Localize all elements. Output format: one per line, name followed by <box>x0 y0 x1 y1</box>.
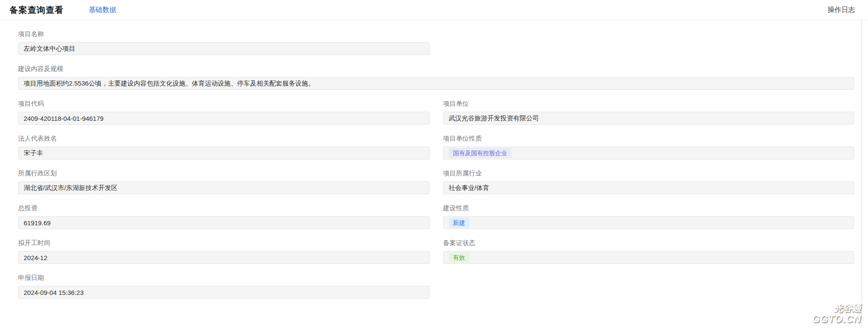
field-planned-start-time: 拟开工时间 2024-12 <box>18 239 429 264</box>
field-label: 所属行政区划 <box>18 169 429 178</box>
total-investment-input[interactable]: 61919.69 <box>18 216 429 229</box>
field-construction-nature: 建设性质 新建 <box>443 204 855 229</box>
page-header: 备案查询查看 基础数据 操作日志 <box>0 0 868 20</box>
field-label: 总投资 <box>18 204 429 212</box>
field-label: 项目代码 <box>18 99 429 108</box>
field-project-code: 项目代码 2409-420118-04-01-946179 <box>18 99 429 125</box>
field-unit-nature: 项目单位性质 国有及国有控股企业 <box>443 134 855 159</box>
site-watermark: 光谷通 GGTO.CN <box>812 303 861 325</box>
field-label: 项目所属行业 <box>443 169 855 178</box>
field-label: 备案证状态 <box>443 239 855 247</box>
watermark-url: GGTO.CN <box>812 313 861 325</box>
field-legal-rep-name: 法人代表姓名 宋子丰 <box>18 134 429 159</box>
field-label: 建设性质 <box>443 204 855 212</box>
scrollbar-track-edge <box>862 20 862 328</box>
legal-rep-name-input[interactable]: 宋子丰 <box>18 147 429 159</box>
field-total-investment: 总投资 61919.69 <box>18 204 429 229</box>
industry-input[interactable]: 社会事业/体育 <box>443 181 855 194</box>
field-project-name: 项目名称 左岭文体中心项目 <box>18 30 429 55</box>
field-construction-content: 建设内容及规模 项目用地面积约2.5536公顷，主要建设内容包括文化设施、体育运… <box>18 64 854 90</box>
watermark-name: 光谷通 <box>812 303 861 313</box>
field-label: 法人代表姓名 <box>18 134 429 143</box>
construction-content-input[interactable]: 项目用地面积约2.5536公顷，主要建设内容包括文化设施、体育运动设施、停车及相… <box>18 77 854 90</box>
field-label: 申报日期 <box>18 273 429 282</box>
field-label: 建设内容及规模 <box>18 64 854 73</box>
project-unit-input[interactable]: 武汉光谷旅游开发投资有限公司 <box>443 112 855 125</box>
field-label: 项目名称 <box>18 30 429 38</box>
tab-basic-data[interactable]: 基础数据 <box>89 6 116 15</box>
record-detail-form: 项目名称 左岭文体中心项目 建设内容及规模 项目用地面积约2.5536公顷，主要… <box>0 20 868 299</box>
unit-nature-input[interactable]: 国有及国有控股企业 <box>443 147 855 159</box>
record-cert-status-badge: 有效 <box>449 252 470 263</box>
field-project-unit: 项目单位 武汉光谷旅游开发投资有限公司 <box>443 99 855 125</box>
operation-log-button[interactable]: 操作日志 <box>828 6 855 15</box>
field-declare-date: 申报日期 2024-09-04 15:36:23 <box>18 273 429 299</box>
planned-start-time-input[interactable]: 2024-12 <box>18 251 429 264</box>
field-industry: 项目所属行业 社会事业/体育 <box>443 169 855 194</box>
page-title: 备案查询查看 <box>9 4 64 16</box>
construction-nature-badge: 新建 <box>449 218 470 228</box>
unit-nature-badge: 国有及国有控股企业 <box>449 148 512 158</box>
construction-nature-input[interactable]: 新建 <box>443 216 855 229</box>
field-record-cert-status: 备案证状态 有效 <box>443 239 855 264</box>
field-admin-region: 所属行政区划 湖北省/武汉市/东湖新技术开发区 <box>18 169 429 194</box>
admin-region-input[interactable]: 湖北省/武汉市/东湖新技术开发区 <box>18 181 429 194</box>
record-cert-status-input[interactable]: 有效 <box>443 251 855 264</box>
field-label: 项目单位 <box>443 99 855 108</box>
project-name-input[interactable]: 左岭文体中心项目 <box>18 42 429 55</box>
declare-date-input[interactable]: 2024-09-04 15:36:23 <box>18 286 429 299</box>
field-label: 拟开工时间 <box>18 239 429 247</box>
field-label: 项目单位性质 <box>443 134 855 143</box>
project-code-input[interactable]: 2409-420118-04-01-946179 <box>18 112 429 125</box>
